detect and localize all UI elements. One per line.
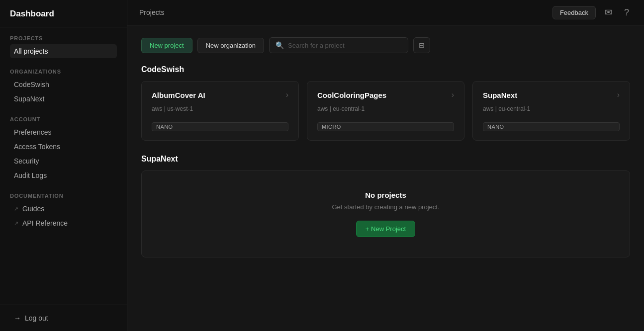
- org-section-supanext: SupaNext No projects Get started by crea…: [141, 155, 630, 257]
- logout-button[interactable]: → Log out: [10, 311, 117, 325]
- project-badge-coolcoloring: MICRO: [317, 122, 454, 131]
- new-project-button[interactable]: New project: [141, 38, 192, 53]
- search-box: 🔍: [269, 37, 408, 53]
- project-card-albumcover[interactable]: AlbumCover AI › aws | us-west-1 NANO: [141, 81, 299, 141]
- sidebar-item-api-reference[interactable]: ↗ API Reference: [10, 216, 117, 230]
- org-title-codeswish: CodeSwish: [141, 65, 630, 74]
- project-card-header-supanext: SupaNext ›: [483, 90, 620, 99]
- topbar: Projects Feedback ✉ ?: [127, 0, 644, 25]
- sidebar-item-guides[interactable]: ↗ Guides: [10, 202, 117, 216]
- all-projects-label: All projects: [14, 47, 48, 55]
- help-icon: ?: [624, 7, 629, 18]
- filter-button[interactable]: ⊟: [413, 37, 430, 53]
- empty-state-title: No projects: [152, 191, 620, 199]
- filter-icon: ⊟: [419, 41, 425, 49]
- breadcrumb: Projects: [139, 8, 165, 16]
- topbar-actions: Feedback ✉ ?: [552, 5, 632, 20]
- email-icon: ✉: [605, 7, 612, 18]
- project-card-supanext[interactable]: SupaNext › aws | eu-central-1 NANO: [472, 81, 630, 141]
- chevron-right-icon-supanext: ›: [617, 90, 620, 99]
- sidebar-section-label-orgs: Organizations: [10, 69, 117, 75]
- sidebar-section-label-account: Account: [10, 116, 117, 122]
- new-organization-button[interactable]: New organization: [197, 38, 264, 53]
- sidebar-item-all-projects[interactable]: All projects: [10, 44, 117, 58]
- access-tokens-label: Access Tokens: [14, 143, 60, 151]
- project-name-albumcover: AlbumCover AI: [152, 91, 205, 99]
- project-badge-supanext: NANO: [483, 122, 620, 131]
- sidebar-account-section: Account Preferences Access Tokens Securi…: [0, 108, 127, 185]
- project-region-supanext: aws | eu-central-1: [483, 105, 620, 112]
- help-button[interactable]: ?: [621, 5, 632, 20]
- security-label: Security: [14, 157, 39, 165]
- sidebar-item-preferences[interactable]: Preferences: [10, 125, 117, 139]
- supanext-label: SupaNext: [14, 95, 44, 103]
- external-link-icon-api: ↗: [14, 220, 18, 227]
- project-region-albumcover: aws | us-west-1: [152, 105, 288, 112]
- project-card-header-albumcover: AlbumCover AI ›: [152, 90, 288, 99]
- project-region-coolcoloring: aws | eu-central-1: [317, 105, 454, 112]
- codeswish-projects-grid: AlbumCover AI › aws | us-west-1 NANO Coo…: [141, 81, 630, 141]
- sidebar-item-codeswish[interactable]: CodeSwish: [10, 78, 117, 91]
- project-name-coolcoloring: CoolColoringPages: [317, 91, 386, 99]
- sidebar-section-label-projects: Projects: [10, 35, 117, 41]
- main-content: Projects Feedback ✉ ? New project New or…: [127, 0, 644, 331]
- preferences-label: Preferences: [14, 128, 51, 136]
- project-card-coolcoloring[interactable]: CoolColoringPages › aws | eu-central-1 M…: [307, 81, 464, 141]
- org-section-codeswish: CodeSwish AlbumCover AI › aws | us-west-…: [141, 65, 630, 141]
- sidebar-bottom: → Log out: [0, 305, 127, 331]
- sidebar-section-label-docs: Documentation: [10, 193, 117, 199]
- audit-logs-label: Audit Logs: [14, 171, 47, 179]
- project-badge-albumcover: NANO: [152, 122, 288, 131]
- sidebar-item-audit-logs[interactable]: Audit Logs: [10, 168, 117, 182]
- sidebar-item-access-tokens[interactable]: Access Tokens: [10, 140, 117, 154]
- sidebar-projects-section: Projects All projects: [0, 27, 127, 61]
- external-link-icon-guides: ↗: [14, 206, 18, 212]
- sidebar-item-security[interactable]: Security: [10, 154, 117, 168]
- codeswish-label: CodeSwish: [14, 81, 49, 88]
- logout-arrow-icon: →: [14, 314, 21, 322]
- chevron-right-icon-coolcoloring: ›: [452, 90, 454, 99]
- sidebar: Dashboard Projects All projects Organiza…: [0, 0, 127, 331]
- search-input[interactable]: [288, 42, 402, 49]
- empty-state-new-project-button[interactable]: + New Project: [356, 221, 415, 237]
- action-bar: New project New organization 🔍 ⊟: [141, 37, 630, 53]
- org-title-supanext: SupaNext: [141, 155, 630, 164]
- project-card-header-coolcoloring: CoolColoringPages ›: [317, 90, 454, 99]
- chevron-right-icon-albumcover: ›: [286, 90, 288, 99]
- api-reference-label: API Reference: [22, 219, 68, 227]
- empty-state-card: No projects Get started by creating a ne…: [141, 170, 630, 257]
- sidebar-item-supanext[interactable]: SupaNext: [10, 92, 117, 106]
- empty-state-description: Get started by creating a new project.: [152, 203, 620, 211]
- email-button[interactable]: ✉: [602, 5, 615, 20]
- feedback-button[interactable]: Feedback: [552, 6, 596, 19]
- project-name-supanext: SupaNext: [483, 91, 517, 99]
- logout-label: Log out: [25, 314, 48, 322]
- sidebar-organizations-section: Organizations CodeSwish SupaNext: [0, 61, 127, 108]
- app-logo: Dashboard: [0, 0, 127, 27]
- search-icon: 🔍: [276, 41, 284, 49]
- sidebar-documentation-section: Documentation ↗ Guides ↗ API Reference: [0, 185, 127, 233]
- guides-label: Guides: [22, 205, 44, 213]
- content-area: New project New organization 🔍 ⊟ CodeSwi…: [127, 25, 644, 331]
